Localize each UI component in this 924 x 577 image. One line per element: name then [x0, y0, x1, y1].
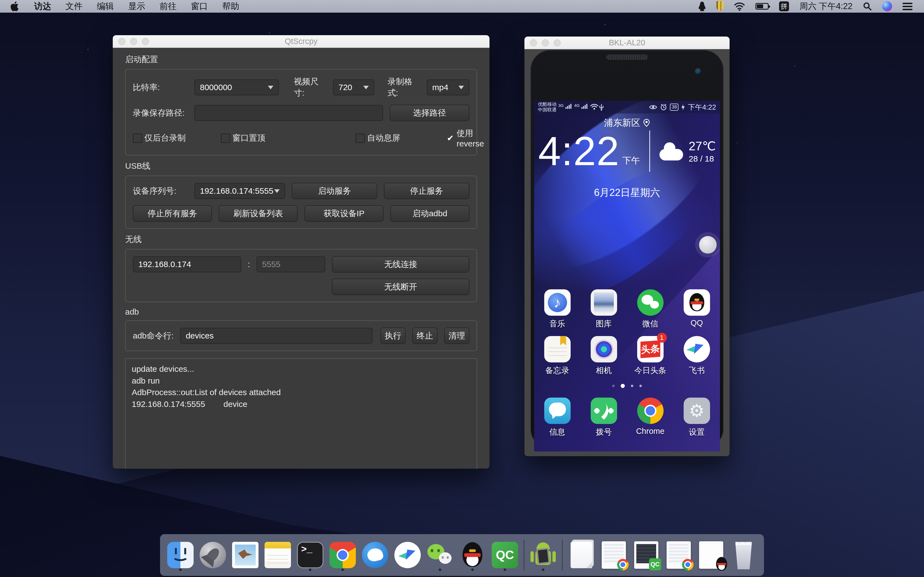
wifi-status-icon[interactable]: [734, 1, 745, 12]
notification-badge: 1: [657, 333, 667, 343]
app-feishu[interactable]: 飞书: [684, 336, 710, 376]
dock-terminal[interactable]: [296, 541, 324, 569]
checkbox-auto-screen-off[interactable]: 自动息屏: [355, 132, 446, 144]
phone-body: 优酷移动 中国联通 3G 4G: [524, 49, 730, 456]
input-method-icon[interactable]: 拼: [779, 2, 789, 11]
menu-file[interactable]: 文件: [58, 0, 90, 12]
app-settings[interactable]: ⚙ 设置: [684, 398, 710, 438]
wireless-connect-button[interactable]: 无线连接: [332, 256, 469, 272]
menu-finder[interactable]: 访达: [27, 0, 58, 12]
dock-launchpad[interactable]: [199, 541, 226, 569]
wechat-icon: [637, 289, 664, 316]
checkbox-always-on-top[interactable]: 窗口置顶: [221, 132, 355, 144]
date-label: 6月22日星期六: [534, 186, 720, 200]
phone-screen[interactable]: 优酷移动 中国联通 3G 4G: [534, 101, 720, 451]
dock-minimized-chrome-window-2[interactable]: [665, 541, 693, 569]
dock-qq[interactable]: [459, 541, 486, 569]
menu-window[interactable]: 窗口: [184, 0, 215, 12]
choose-path-button[interactable]: 选择路径: [390, 105, 469, 121]
dock-mail[interactable]: [231, 541, 259, 569]
qtscrcpy-titlebar[interactable]: QtScrcpy: [113, 35, 489, 48]
antivirus-shield-icon[interactable]: [716, 1, 724, 12]
dock-seal-app[interactable]: [361, 541, 389, 569]
chrome-icon: [637, 398, 664, 424]
dock-minimized-chrome-window-1[interactable]: [600, 541, 628, 569]
siri-icon[interactable]: [882, 2, 892, 11]
checkbox-background-record[interactable]: 仅后台录制: [133, 132, 221, 144]
dock-minimized-document[interactable]: [568, 541, 595, 569]
dock-minimized-qq-window[interactable]: [698, 541, 725, 569]
location-label[interactable]: 浦东新区: [534, 117, 720, 129]
device-serial-select[interactable]: 192.168.0.174:5555: [194, 183, 285, 199]
android-robot-icon: [530, 542, 556, 568]
log-output[interactable]: update devices...adb runAdbProcess::out:…: [125, 358, 477, 469]
record-path-input[interactable]: [194, 105, 383, 121]
app-toutiao[interactable]: 头条 1 今日头条: [635, 336, 666, 376]
app-chrome[interactable]: Chrome: [636, 398, 664, 438]
menu-go[interactable]: 前往: [152, 0, 184, 12]
dock-notes[interactable]: [264, 541, 291, 569]
menu-clock[interactable]: 周六 下午4:22: [800, 0, 853, 12]
spotlight-search-icon[interactable]: [863, 1, 872, 12]
dock-wechat[interactable]: [426, 541, 454, 569]
adb-stop-button[interactable]: 终止: [412, 327, 438, 344]
app-camera[interactable]: 相机: [591, 336, 617, 376]
stop-all-services-button[interactable]: 停止所有服务: [133, 205, 212, 222]
qq-penguin-icon: [459, 542, 486, 568]
get-device-ip-button[interactable]: 获取设备IP: [304, 205, 384, 222]
video-size-select[interactable]: 720: [333, 79, 375, 95]
start-service-button[interactable]: 启动服务: [292, 183, 377, 199]
dock-chrome[interactable]: [329, 541, 356, 569]
adb-command-input[interactable]: devices: [180, 328, 373, 344]
app-music[interactable]: ♪ 音乐: [544, 289, 570, 329]
app-notes[interactable]: 备忘录: [544, 336, 570, 376]
app-qq[interactable]: QQ: [684, 289, 710, 329]
desktop: 访达 文件 编辑 显示 前往 窗口 帮助 拼 周六 下午4:22: [0, 0, 924, 577]
qc-badge-icon: QC: [649, 558, 661, 571]
wireless-ip-input[interactable]: 192.168.0.174: [133, 256, 241, 272]
record-format-select[interactable]: mp4: [427, 79, 469, 95]
dock-paper-plane-app[interactable]: [394, 541, 421, 569]
qq-status-icon[interactable]: [698, 1, 706, 12]
page-dot-active: [621, 384, 625, 388]
memo-icon: [544, 336, 570, 363]
refresh-device-list-button[interactable]: 刷新设备列表: [219, 205, 298, 222]
record-path-label: 录像保存路径:: [133, 108, 188, 119]
assistive-touch-ball[interactable]: [699, 236, 717, 254]
settings-gear-icon: ⚙: [684, 398, 710, 424]
menu-view[interactable]: 显示: [121, 0, 152, 12]
adb-clear-button[interactable]: 清理: [444, 327, 469, 344]
adb-run-button[interactable]: 执行: [380, 327, 405, 344]
app-messages[interactable]: 信息: [544, 398, 570, 438]
dock-minimized-code-window[interactable]: QC: [633, 541, 660, 569]
page-dot: [612, 385, 615, 387]
battery-status-icon[interactable]: [755, 1, 769, 12]
wireless-groupbox: 192.168.0.174 : 5555 无线连接 无线断开: [125, 249, 477, 302]
phone-titlebar[interactable]: BKL-AL20: [524, 37, 730, 49]
weather-widget[interactable]: 27℃ 28 / 18: [659, 139, 716, 163]
gallery-icon: [591, 289, 617, 316]
app-wechat[interactable]: 微信: [637, 289, 664, 329]
mail-stamp-icon: [232, 542, 258, 568]
stop-service-button[interactable]: 停止服务: [384, 183, 469, 199]
start-adbd-button[interactable]: 启动adbd: [390, 205, 469, 222]
chevron-down-icon: [363, 86, 369, 89]
dock-trash[interactable]: [730, 541, 758, 569]
menu-help[interactable]: 帮助: [215, 0, 246, 12]
checkbox-use-reverse[interactable]: 使用reverse: [446, 128, 485, 148]
window-title: BKL-AL20: [524, 38, 730, 47]
dock-finder[interactable]: [166, 541, 194, 569]
app-dialer[interactable]: 拨号: [591, 398, 617, 438]
dock-qtscrcpy[interactable]: QC: [491, 541, 519, 569]
bitrate-select[interactable]: 8000000: [194, 79, 279, 95]
dock-android-tool[interactable]: [529, 541, 557, 569]
page-dot: [640, 385, 642, 387]
app-gallery[interactable]: 图库: [591, 289, 617, 329]
menu-edit[interactable]: 编辑: [90, 0, 121, 12]
log-line: update devices...: [132, 363, 470, 375]
clock-widget[interactable]: 4:22 下午 27℃ 28 / 18: [534, 131, 720, 172]
wireless-disconnect-button[interactable]: 无线断开: [332, 279, 469, 295]
wireless-port-input[interactable]: 5555: [257, 256, 325, 272]
notification-center-icon[interactable]: [903, 1, 913, 12]
apple-menu-icon[interactable]: [10, 1, 20, 12]
